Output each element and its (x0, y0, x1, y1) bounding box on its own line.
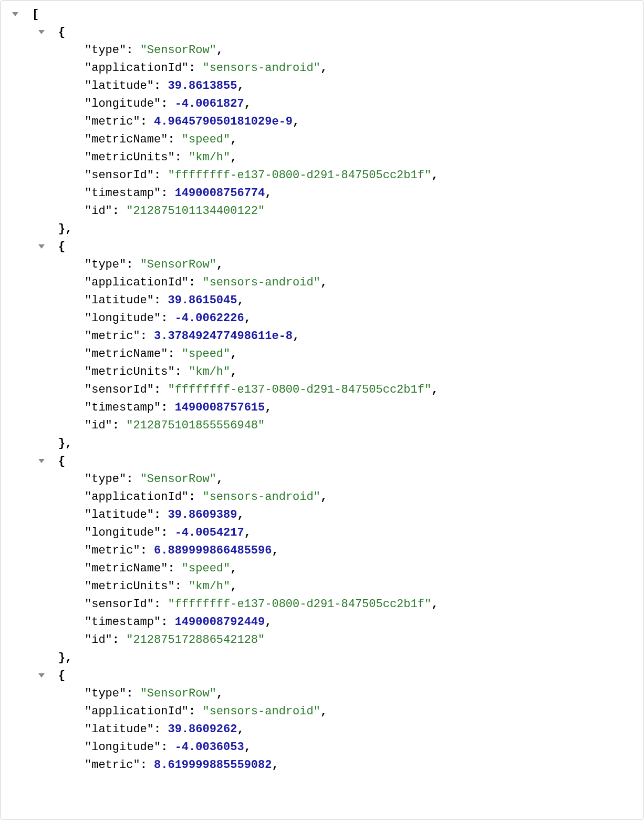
json-number-value: 4.964579050181029e-9 (154, 115, 293, 128)
json-line: "metricName": "speed", (1, 345, 643, 363)
json-key: "longitude" (85, 312, 161, 325)
json-string-value: "ffffffff-e137-0800-d291-847505cc2b1f" (168, 383, 431, 396)
json-line: "longitude": -4.0062226, (1, 310, 643, 327)
json-line: "longitude": -4.0054217, (1, 524, 643, 542)
expand-toggle-icon[interactable] (38, 673, 45, 678)
json-string-value: "SensorRow" (140, 473, 216, 486)
json-sep: : (189, 62, 202, 75)
json-line: }, (1, 220, 643, 238)
json-key: "timestamp" (85, 616, 161, 629)
json-sep: : (126, 44, 140, 57)
json-sep: : (112, 204, 126, 218)
json-number-value: -4.0036053 (175, 741, 244, 754)
json-line: "metricUnits": "km/h", (1, 578, 643, 596)
json-punct: } (58, 222, 65, 235)
json-key: "metricUnits" (85, 151, 175, 164)
json-sep: : (140, 330, 154, 343)
json-sep: , (320, 62, 327, 75)
json-sep: : (140, 115, 154, 128)
json-line: "metricName": "speed", (1, 560, 643, 578)
json-sep: , (230, 365, 237, 378)
json-key: "metric" (85, 330, 140, 343)
json-key: "applicationId" (85, 62, 189, 75)
json-sep: , (431, 383, 438, 396)
json-key: "id" (85, 633, 112, 647)
json-punct: { (58, 26, 65, 39)
json-string-value: "212875172886542128" (126, 633, 265, 647)
json-string-value: "km/h" (189, 365, 230, 378)
json-sep: : (154, 723, 168, 736)
json-line: "id": "212875172886542128" (1, 631, 643, 649)
json-key: "sensorId" (85, 169, 154, 182)
json-sep: : (175, 151, 189, 164)
json-sep: , (216, 44, 223, 57)
json-sep: : (154, 169, 168, 182)
expand-toggle-icon[interactable] (38, 30, 45, 34)
json-number-value: 3.378492477498611e-8 (154, 330, 293, 343)
json-sep: : (161, 401, 174, 414)
json-key: "id" (85, 204, 112, 218)
json-line: "sensorId": "ffffffff-e137-0800-d291-847… (1, 596, 643, 613)
json-line: "timestamp": 1490008792449, (1, 613, 643, 631)
json-line: "applicationId": "sensors-android", (1, 274, 643, 292)
json-number-value: 8.619999885559082 (154, 758, 272, 772)
json-number-value: 39.8615045 (168, 294, 237, 307)
json-line: "longitude": -4.0036053, (1, 739, 643, 756)
json-sep: , (65, 651, 72, 664)
json-sep: : (154, 508, 168, 521)
json-punct: } (58, 651, 65, 664)
json-punct: [ (32, 8, 39, 21)
json-sep: : (168, 347, 181, 361)
json-sep: , (65, 222, 72, 235)
json-sep: : (140, 758, 154, 772)
json-key: "metricUnits" (85, 365, 175, 378)
json-sep: : (189, 490, 202, 504)
json-key: "sensorId" (85, 598, 154, 611)
json-key: "metric" (85, 115, 140, 128)
json-number-value: 39.8609389 (168, 508, 237, 521)
json-key: "applicationId" (85, 276, 189, 289)
json-line: { (1, 667, 643, 685)
json-line: "metricUnits": "km/h", (1, 149, 643, 167)
expand-toggle-icon[interactable] (38, 459, 45, 463)
json-sep: , (230, 580, 237, 593)
json-sep: : (154, 294, 168, 307)
json-sep: , (237, 508, 244, 521)
json-sep: , (265, 187, 272, 200)
json-line: "metric": 3.378492477498611e-8, (1, 327, 643, 345)
json-number-value: 1490008756774 (175, 187, 265, 200)
json-sep: , (320, 490, 327, 504)
json-key: "metric" (85, 758, 140, 772)
json-number-value: -4.0061827 (175, 97, 244, 110)
json-line: "sensorId": "ffffffff-e137-0800-d291-847… (1, 167, 643, 184)
json-key: "type" (85, 44, 126, 57)
json-sep: : (112, 419, 126, 432)
json-sep: , (244, 741, 251, 754)
json-line: "latitude": 39.8609389, (1, 506, 643, 524)
json-string-value: "sensors-android" (202, 62, 320, 75)
json-line: "applicationId": "sensors-android", (1, 488, 643, 506)
json-string-value: "km/h" (189, 151, 230, 164)
json-sep: , (230, 151, 237, 164)
json-sep: , (320, 705, 327, 718)
json-line: "latitude": 39.8613855, (1, 77, 643, 95)
json-sep: : (161, 741, 174, 754)
json-punct: { (58, 240, 65, 253)
json-number-value: 39.8613855 (168, 79, 237, 93)
json-sep: : (126, 258, 140, 271)
json-sep: : (154, 79, 168, 93)
json-sep: : (161, 312, 174, 325)
json-number-value: 6.889999866485596 (154, 544, 272, 557)
json-sep: , (431, 169, 438, 182)
json-string-value: "212875101134400122" (126, 204, 265, 218)
expand-toggle-icon[interactable] (38, 244, 45, 249)
json-line: "metric": 8.619999885559082, (1, 756, 643, 774)
json-key: "applicationId" (85, 705, 189, 718)
json-line: "id": "212875101134400122" (1, 202, 643, 220)
json-key: "latitude" (85, 79, 154, 93)
expand-toggle-icon[interactable] (12, 12, 18, 16)
json-key: "metricName" (85, 133, 168, 146)
json-sep: , (230, 347, 237, 361)
json-key: "metricName" (85, 562, 168, 575)
json-sep: : (161, 616, 174, 629)
